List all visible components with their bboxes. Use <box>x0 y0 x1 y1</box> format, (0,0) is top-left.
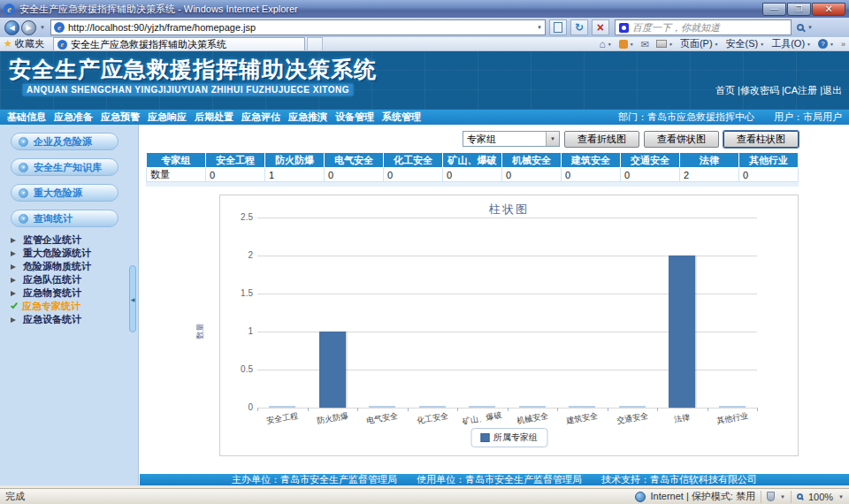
sidebar-link[interactable]: 应急队伍统计 <box>0 273 138 286</box>
header-link[interactable]: 首页 <box>715 85 735 95</box>
x-axis-tick <box>657 408 658 411</box>
table-cell: 0 <box>502 168 562 182</box>
x-axis-tick <box>457 408 458 411</box>
refresh-icon: ↻ <box>575 21 584 34</box>
menu-item[interactable]: 设备管理 <box>335 111 374 124</box>
chevron-down-icon: ▼ <box>715 42 719 47</box>
table-header-cell: 化工安全 <box>384 153 443 168</box>
sidebar-section[interactable]: ▼企业及危险源 <box>11 133 119 150</box>
sidebar-section[interactable]: ▼查询统计 <box>11 210 119 227</box>
command-menu[interactable]: 安全(S)▼ <box>726 37 765 50</box>
feeds-button[interactable]: ▼ <box>619 40 634 49</box>
view-line-chart-button[interactable]: 查看折线图 <box>564 131 639 148</box>
address-input[interactable]: e http://localhost:90/yjzh/frame/homepag… <box>50 19 546 35</box>
chevron-down-icon: ▼ <box>19 137 28 147</box>
menu-item[interactable]: 系统管理 <box>382 111 421 124</box>
chart-bar[interactable] <box>419 406 446 408</box>
refresh-button[interactable]: ↻ <box>570 19 588 35</box>
chart-bar[interactable] <box>619 406 646 408</box>
chart-bar[interactable] <box>669 256 695 408</box>
stop-button[interactable]: × <box>592 19 609 35</box>
select-dropdown-icon: ▼ <box>546 132 559 146</box>
view-pie-chart-button[interactable]: 查看饼状图 <box>644 131 719 148</box>
chart-bar[interactable] <box>569 406 595 408</box>
address-dropdown[interactable]: ▼ <box>537 25 542 30</box>
mail-button[interactable]: ✉ <box>641 40 649 49</box>
tab[interactable]: e 安全生产应急救援指挥辅助决策系统 <box>53 37 305 50</box>
menu-item[interactable]: 后期处置 <box>195 111 233 124</box>
zoom-icon[interactable] <box>797 493 803 500</box>
search-button[interactable] <box>797 24 804 31</box>
chevron-down-icon: ▼ <box>760 42 764 47</box>
legend-swatch <box>480 433 489 442</box>
sidebar-link[interactable]: 应急物资统计 <box>0 286 138 300</box>
chart-legend[interactable]: 所属专家组 <box>470 428 547 447</box>
table-header-cell: 防火防爆 <box>265 153 325 168</box>
search-options-dropdown[interactable]: ▼ <box>807 25 813 30</box>
help-button[interactable]: ?▼ <box>818 39 834 49</box>
protected-mode-icon[interactable] <box>767 492 775 501</box>
compatibility-view-button[interactable] <box>549 19 567 35</box>
chart-bar[interactable] <box>469 406 495 408</box>
chevron-down-icon: ▼ <box>19 214 28 224</box>
sidebar-link[interactable]: 应急专家统计 <box>0 300 138 313</box>
y-axis-tick-label: 2.5 <box>226 212 253 222</box>
favorites-star-icon: ★ <box>4 38 12 50</box>
chart-bar[interactable] <box>719 406 746 408</box>
sidebar-collapse-handle[interactable]: ◀ <box>129 265 136 332</box>
table-cell: 0 <box>621 168 680 182</box>
menu-item[interactable]: 应急评估 <box>241 111 280 124</box>
home-button[interactable]: ⌂▼ <box>600 40 612 49</box>
command-menu[interactable]: 工具(O)▼ <box>771 37 811 50</box>
menu-item[interactable]: 应急准备 <box>54 111 93 124</box>
view-bar-chart-button[interactable]: 查看柱状图 <box>723 131 799 148</box>
sidebar-link[interactable]: 应急设备统计 <box>0 313 138 326</box>
menu-item[interactable]: 基础信息 <box>7 111 46 124</box>
chart-bar[interactable] <box>269 406 295 408</box>
ie-logo-icon: e <box>4 4 15 15</box>
forward-button[interactable]: ▶ <box>21 20 36 35</box>
tab-title: 安全生产应急救援指挥辅助决策系统 <box>71 38 226 51</box>
sidebar-section[interactable]: ▼安全生产知识库 <box>11 158 119 176</box>
minimize-button[interactable]: — <box>762 3 786 16</box>
print-button[interactable]: ▼ <box>656 40 673 48</box>
table-cell: 0 <box>443 168 502 182</box>
header-link[interactable]: 退出 <box>822 85 842 95</box>
x-axis-tick <box>257 408 258 411</box>
sidebar-link[interactable]: 重大危险源统计 <box>0 247 138 260</box>
sidebar-link[interactable]: 危险源物质统计 <box>0 260 138 273</box>
menu-item[interactable]: 应急预警 <box>101 111 140 124</box>
sidebar-link-label: 应急物资统计 <box>23 286 81 300</box>
sidebar-link[interactable]: 监管企业统计 <box>0 233 138 247</box>
new-tab-button[interactable] <box>307 37 323 50</box>
expert-group-select[interactable]: 专家组 ▼ <box>463 131 560 147</box>
command-bar: ⌂▼ ▼ ✉ ▼ 页面(P)▼安全(S)▼工具(O)▼ ?▼ » <box>600 37 845 50</box>
table-cell: 2 <box>680 168 739 182</box>
favorites-button[interactable]: 收藏夹 <box>15 37 44 50</box>
maximize-button[interactable]: ❐ <box>787 3 811 16</box>
menu-item[interactable]: 应急响应 <box>148 111 187 124</box>
close-button[interactable]: ✕ <box>812 3 845 16</box>
chart-bar[interactable] <box>519 406 546 408</box>
app-footer: 主办单位：青岛市安全生产监督管理局 使用单位：青岛市安全生产监督管理局 技术支持… <box>140 474 849 485</box>
overflow-chevron[interactable]: » <box>841 40 845 49</box>
header-link[interactable]: CA注册 <box>784 85 817 95</box>
table-row-label: 数量 <box>147 168 206 182</box>
table-header-cell: 电气安全 <box>325 153 384 168</box>
y-axis-tick-label: 2 <box>226 250 253 260</box>
chart-bar[interactable] <box>319 332 346 408</box>
dept-user-label: 部门：青岛市应急救援指挥中心 用户：市局用户 <box>618 111 842 124</box>
search-input[interactable]: 百度一下，你就知道 <box>615 19 792 35</box>
chart-bar[interactable] <box>369 406 395 408</box>
recent-pages-dropdown[interactable]: ▼ <box>40 25 45 30</box>
window-title: 安全生产应急救援指挥辅助决策系统 - Windows Internet Expl… <box>19 3 298 16</box>
header-link[interactable]: 修改密码 <box>740 85 779 95</box>
command-menu[interactable]: 页面(P)▼ <box>680 37 719 50</box>
back-button[interactable]: ◀ <box>4 20 19 35</box>
table-cell: 0 <box>206 168 265 182</box>
chart-y-axis-label: 数量 <box>195 324 206 340</box>
menu-item[interactable]: 应急推演 <box>288 111 327 124</box>
sidebar-section[interactable]: ▼重大危险源 <box>11 184 119 202</box>
zoom-dropdown[interactable]: ▼ <box>838 494 844 500</box>
rss-icon <box>619 40 628 49</box>
